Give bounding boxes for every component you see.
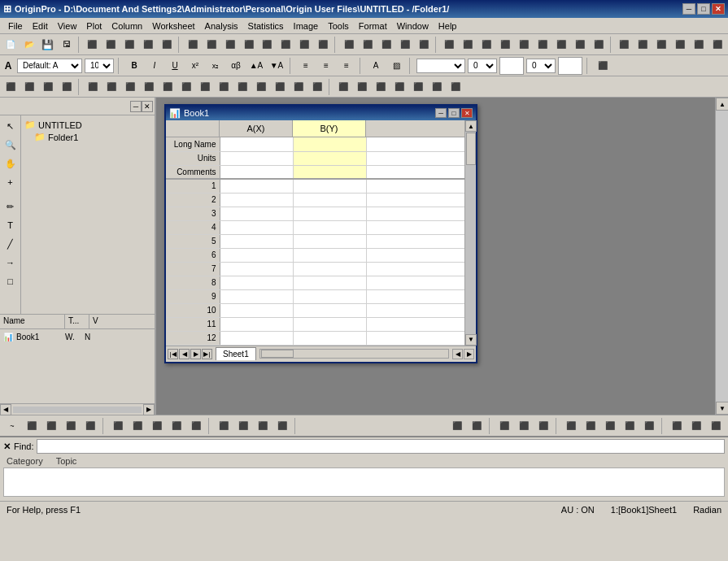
book-min-button[interactable]: ─: [435, 108, 447, 118]
vscroll-down-btn[interactable]: ▼: [465, 334, 477, 346]
row11-a[interactable]: [220, 317, 293, 331]
icon20[interactable]: ⬛: [459, 36, 477, 54]
t3-icon23[interactable]: ⬛: [428, 78, 446, 96]
t3-icon16[interactable]: ⬛: [290, 78, 307, 96]
bt-icon3[interactable]: ⬛: [42, 417, 60, 435]
row4-b[interactable]: [293, 220, 366, 234]
row3-a[interactable]: [220, 207, 293, 220]
t3-icon13[interactable]: ⬛: [233, 78, 251, 96]
comments-b[interactable]: [293, 165, 366, 179]
icon22[interactable]: ⬛: [496, 36, 514, 54]
line-color-icon[interactable]: [499, 57, 524, 75]
row7-a[interactable]: [220, 262, 293, 276]
bt-right3[interactable]: ⬛: [495, 417, 513, 435]
t3-icon8[interactable]: ⬛: [140, 78, 158, 96]
left-panel-collapse[interactable]: ─: [130, 101, 142, 112]
row10-b[interactable]: [293, 303, 366, 317]
menu-tools[interactable]: Tools: [323, 20, 354, 33]
bt-icon14[interactable]: ⬛: [273, 417, 291, 435]
menu-image[interactable]: Image: [289, 20, 324, 33]
icon8[interactable]: ⬛: [221, 36, 239, 54]
draw-icon[interactable]: ✏: [2, 198, 20, 215]
row2-a[interactable]: [220, 193, 293, 207]
row9-b[interactable]: [293, 289, 366, 303]
t3-icon22[interactable]: ⬛: [409, 78, 427, 96]
row6-a[interactable]: [220, 248, 293, 262]
row1-a[interactable]: [220, 179, 293, 193]
t3-icon7[interactable]: ⬛: [121, 78, 139, 96]
tree-folder1[interactable]: 📁 Folder1: [34, 131, 151, 143]
icon14[interactable]: ⬛: [340, 36, 358, 54]
find-close-btn[interactable]: ✕: [3, 441, 11, 452]
menu-window[interactable]: Window: [392, 20, 434, 33]
center-scroll-down[interactable]: ▼: [716, 402, 728, 415]
save-icon[interactable]: 💾: [39, 36, 57, 54]
t3-icon18[interactable]: ⬛: [334, 78, 352, 96]
crosshair-icon[interactable]: +: [2, 173, 20, 191]
subscript-icon[interactable]: x₂: [207, 57, 225, 75]
rect-tool-icon[interactable]: □: [2, 272, 20, 290]
bt-icon2[interactable]: ⬛: [23, 417, 41, 435]
book-close-button[interactable]: ✕: [461, 108, 473, 118]
icon21[interactable]: ⬛: [477, 36, 495, 54]
bt-icon1[interactable]: ~: [3, 417, 21, 435]
bt-right13[interactable]: ⬛: [707, 417, 725, 435]
menu-worksheet[interactable]: Worksheet: [147, 20, 199, 33]
arrow-tool-icon[interactable]: →: [2, 254, 20, 272]
icon29[interactable]: ⬛: [634, 36, 652, 54]
left-panel-hscroll[interactable]: ◀ ▶: [0, 403, 155, 415]
vscroll-thumb[interactable]: [466, 133, 476, 165]
t3-icon19[interactable]: ⬛: [353, 78, 371, 96]
bold-icon[interactable]: B: [125, 57, 143, 75]
t3-icon20[interactable]: ⬛: [372, 78, 390, 96]
icon30[interactable]: ⬛: [652, 36, 670, 54]
bt-icon10[interactable]: ⬛: [187, 417, 205, 435]
icon9[interactable]: ⬛: [240, 36, 258, 54]
bt-right7[interactable]: ⬛: [582, 417, 599, 435]
font-color-icon[interactable]: A: [367, 57, 385, 75]
line-style-select[interactable]: [416, 59, 465, 73]
menu-statistics[interactable]: Statistics: [243, 20, 289, 33]
bt-icon11[interactable]: ⬛: [215, 417, 233, 435]
line-width-select[interactable]: 0: [468, 59, 497, 73]
line-size-select[interactable]: 0: [526, 59, 556, 73]
t3-icon12[interactable]: ⬛: [215, 78, 233, 96]
row8-a[interactable]: [220, 276, 293, 289]
row12-a[interactable]: [220, 331, 293, 345]
tab-nav-last[interactable]: ▶|: [202, 349, 212, 359]
icon6[interactable]: ⬛: [184, 36, 202, 54]
bt-right12[interactable]: ⬛: [687, 417, 705, 435]
font-size-select[interactable]: 10: [85, 59, 114, 73]
open-icon[interactable]: 📂: [20, 36, 38, 54]
bt-right4[interactable]: ⬛: [515, 417, 533, 435]
row12-b[interactable]: [293, 331, 366, 345]
italic-icon[interactable]: I: [146, 57, 163, 75]
menu-view[interactable]: View: [53, 20, 82, 33]
close-button[interactable]: ✕: [712, 3, 725, 15]
t3-icon3[interactable]: ⬛: [39, 78, 57, 96]
icon27[interactable]: ⬛: [590, 36, 608, 54]
icon23[interactable]: ⬛: [515, 36, 533, 54]
row4-a[interactable]: [220, 220, 293, 234]
menu-analysis[interactable]: Analysis: [200, 20, 243, 33]
comments-a[interactable]: [220, 165, 293, 179]
pan-icon[interactable]: ✋: [2, 154, 20, 172]
sheet-hscroll-thumb[interactable]: [261, 350, 294, 358]
fill-icon[interactable]: [558, 57, 582, 75]
font-select[interactable]: Default: A: [17, 59, 82, 73]
icon26[interactable]: ⬛: [571, 36, 589, 54]
hscroll-left-btn[interactable]: ◀: [452, 349, 463, 359]
bt-icon9[interactable]: ⬛: [168, 417, 185, 435]
col-b-header[interactable]: B(Y): [293, 120, 366, 137]
menu-edit[interactable]: Edit: [28, 20, 53, 33]
bt-right2[interactable]: ⬛: [468, 417, 486, 435]
icon3[interactable]: ⬛: [120, 36, 138, 54]
bt-right11[interactable]: ⬛: [668, 417, 686, 435]
tab-nav-next[interactable]: ▶: [190, 349, 201, 359]
tab-nav-prev[interactable]: ◀: [179, 349, 190, 359]
bt-right1[interactable]: ⬛: [448, 417, 466, 435]
minimize-button[interactable]: ─: [682, 3, 695, 15]
book-max-button[interactable]: □: [448, 108, 460, 118]
zoom-icon[interactable]: 🔍: [2, 136, 20, 154]
bt-right9[interactable]: ⬛: [621, 417, 639, 435]
